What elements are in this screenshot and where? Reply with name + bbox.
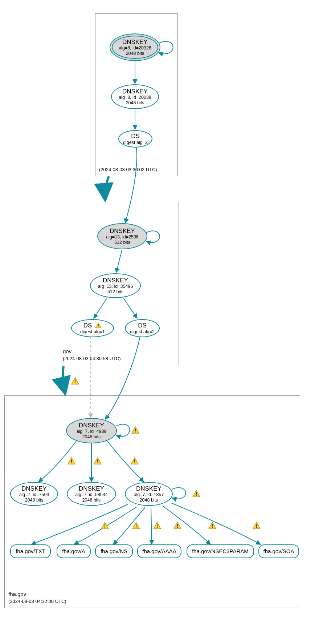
gov-ksk[interactable]: DNSKEY alg=13, id=2536 512 bits xyxy=(97,223,147,249)
zone-root-label: . (2024-08-03 03:30:02 UTC) xyxy=(99,159,157,173)
gov-ds1[interactable]: DS digest alg=1 xyxy=(71,319,114,337)
root-ksk-l1: alg=8, id=20326 xyxy=(119,45,151,51)
zone-fha-ts: (2024-08-03 04:32:00 UTC) xyxy=(8,599,66,604)
root-zsk-l2: 2048 bits xyxy=(126,100,144,105)
rrset-nsec3param[interactable]: fha.gov/NSEC3PARAM xyxy=(187,544,254,558)
gov-ds2-title: DS xyxy=(138,322,147,329)
fha-k3-l2: 2048 bits xyxy=(140,498,158,503)
gov-ksk-l1: alg=13, id=2536 xyxy=(106,234,139,240)
root-zsk-l1: alg=8, id=20038 xyxy=(119,95,151,100)
fha-k2-l2: 2048 bits xyxy=(82,498,101,503)
zone-root-ts: (2024-08-03 03:30:02 UTC) xyxy=(99,167,157,172)
zone-gov-name: gov xyxy=(63,348,71,354)
fha-k2[interactable]: DNSKEY alg=7, id=58544 2048 bits xyxy=(67,482,116,506)
zone-gov-ts: (2024-08-03 04:30:58 UTC) xyxy=(63,356,121,361)
root-ds-title: DS xyxy=(131,133,140,140)
fha-k2-l1: alg=7, id=58544 xyxy=(75,492,108,497)
fha-ksk[interactable]: DNSKEY alg=7, id=4989 2048 bits xyxy=(66,418,117,443)
gov-ksk-l2: 512 bits xyxy=(114,240,130,245)
rrset-aaaa[interactable]: fha.gov/AAAA xyxy=(137,544,181,558)
svg-rect-0 xyxy=(98,324,98,326)
warning-icon xyxy=(71,377,79,385)
fha-k3-title: DNSKEY xyxy=(136,485,162,492)
warning-icon xyxy=(95,322,102,328)
rrset-soa[interactable]: fha.gov/SOA xyxy=(258,544,299,558)
zone-root-name: . xyxy=(99,159,101,165)
zone-fha-label: fha.gov (2024-08-03 04:32:00 UTC) xyxy=(8,591,66,605)
gov-zsk[interactable]: DNSKEY alg=13, id=35496 512 bits xyxy=(90,273,141,298)
fha-k1-title: DNSKEY xyxy=(21,485,47,492)
svg-rect-3 xyxy=(75,383,75,383)
rrset-a[interactable]: fha.gov/A xyxy=(57,544,91,558)
gov-ds1-title: DS xyxy=(83,322,102,329)
dnssec-graph: { "colors": { "teal": "#0f8a9d", "gray_f… xyxy=(0,0,327,644)
svg-rect-1 xyxy=(98,327,98,327)
gov-zsk-l2: 512 bits xyxy=(107,289,123,294)
fha-k3-l1: alg=7, id=1857 xyxy=(134,492,164,497)
rrset-ns[interactable]: fha.gov/NS xyxy=(95,544,133,558)
gov-ds1-title-text: DS xyxy=(83,322,92,329)
fha-ksk-l1: alg=7, id=4989 xyxy=(77,429,107,434)
fha-ksk-title: DNSKEY xyxy=(79,422,104,429)
root-ksk-title: DNSKEY xyxy=(122,39,148,46)
svg-rect-2 xyxy=(75,379,75,382)
gov-ds1-l1: digest alg=1 xyxy=(80,329,105,334)
root-ksk[interactable]: DNSKEY alg=8, id=20326 2048 bits xyxy=(110,33,160,61)
fha-k1[interactable]: DNSKEY alg=7, id=7593 2048 bits xyxy=(10,482,58,506)
gov-zsk-title: DNSKEY xyxy=(103,277,128,284)
root-zsk[interactable]: DNSKEY alg=8, id=20038 2048 bits xyxy=(111,84,159,109)
fha-ksk-l2: 2048 bits xyxy=(82,434,101,439)
root-ds[interactable]: DS digest alg=2 xyxy=(118,130,152,148)
rrset-txt[interactable]: fha.gov/TXT xyxy=(10,544,51,558)
gov-ksk-title: DNSKEY xyxy=(110,228,135,235)
fha-k2-title: DNSKEY xyxy=(79,485,104,492)
fha-k3[interactable]: DNSKEY alg=7, id=1857 2048 bits xyxy=(125,482,173,506)
fha-k1-l1: alg=7, id=7593 xyxy=(19,492,49,497)
gov-zsk-l1: alg=13, id=35496 xyxy=(98,284,133,289)
root-ksk-l2: 2048 bits xyxy=(126,51,144,56)
root-zsk-title: DNSKEY xyxy=(122,88,148,95)
zone-fha-name: fha.gov xyxy=(8,591,26,597)
fha-k1-l2: 2048 bits xyxy=(25,498,44,503)
gov-ds2-l1: digest alg=2 xyxy=(130,329,155,334)
root-ds-l1: digest alg=2 xyxy=(123,140,148,145)
zone-gov-label: gov (2024-08-03 04:30:58 UTC) xyxy=(63,348,121,362)
gov-ds2[interactable]: DS digest alg=2 xyxy=(125,319,160,337)
